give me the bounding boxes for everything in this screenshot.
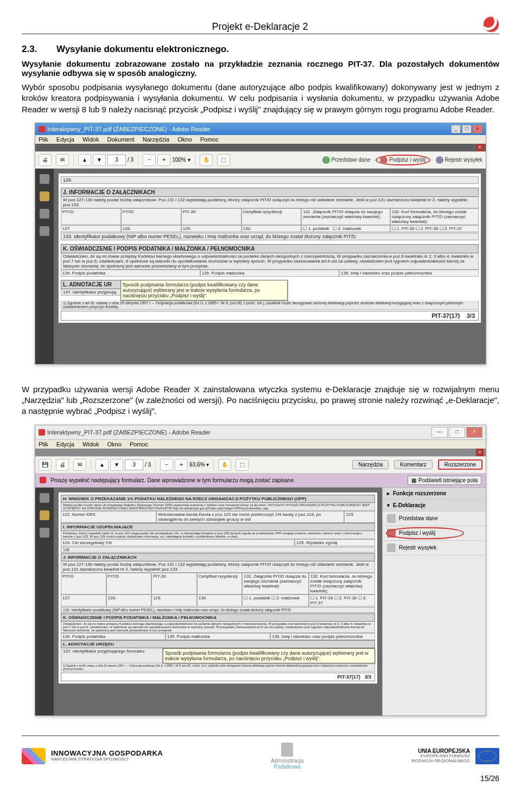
col-132: 132. Kod formularza, do którego został d… bbox=[390, 208, 479, 225]
mail-icon[interactable]: ✉ bbox=[56, 154, 69, 166]
hand-tool-icon[interactable]: ✋ bbox=[200, 154, 213, 166]
sign-icon bbox=[380, 156, 387, 164]
podpisz-i-wyslij-button[interactable]: Podpisz i wyślij bbox=[376, 155, 430, 165]
doc-close-icon[interactable]: × bbox=[476, 144, 484, 151]
page-number-input[interactable] bbox=[107, 155, 126, 165]
menu-narzedzia[interactable]: Narzędzia bbox=[143, 136, 170, 143]
page-up-icon[interactable]: ▲ bbox=[78, 154, 91, 166]
przedstaw-dane-button[interactable]: Przedstaw dane bbox=[322, 156, 371, 164]
maximize-button[interactable]: □ bbox=[462, 125, 472, 133]
section-i-heading: I. INFORMACJE UZUPEŁNIAJĄCE bbox=[61, 523, 375, 531]
p123-label: Wnioskowana kwota Kwota z poz.123 nie mo… bbox=[156, 511, 344, 523]
p125: 125. Wyrażam zgodę bbox=[295, 539, 375, 546]
menu-bar: Plik Edycja Widok Dokument Narzędzia Okn… bbox=[35, 135, 486, 144]
tab-narzedzia[interactable]: Narzędzia bbox=[352, 460, 389, 469]
chk-malzonek[interactable]: ☐ bbox=[333, 226, 338, 231]
col-131: 131. Załącznik PIT/D dołącza do swojego … bbox=[301, 208, 390, 225]
chk-podatnik[interactable]: ☐ bbox=[303, 226, 308, 231]
security-icon[interactable] bbox=[40, 510, 49, 520]
zoom-out-icon[interactable]: − bbox=[160, 459, 173, 471]
tab-komentarz[interactable]: Komentarz bbox=[394, 460, 432, 469]
menu-okno[interactable]: Okno bbox=[107, 441, 122, 447]
panel-edeklaracje[interactable]: ▾ E-Deklaracje bbox=[383, 500, 486, 512]
p128[interactable]: 128. bbox=[121, 225, 181, 232]
window-titlebar: Interaktywny_PIT-37.pdf (ZABEZPIECZONE) … bbox=[35, 123, 486, 135]
select-tool-icon[interactable]: ⬚ bbox=[236, 459, 249, 471]
window-title: Interaktywny_PIT-37.pdf (ZABEZPIECZONE) … bbox=[47, 429, 211, 436]
select-tool-icon[interactable]: ⬚ bbox=[217, 154, 230, 166]
zoom-value: 100% bbox=[172, 157, 186, 163]
person-icon bbox=[322, 156, 330, 164]
menu-plik[interactable]: Plik bbox=[39, 441, 48, 447]
save-icon[interactable]: 💾 bbox=[39, 459, 52, 471]
rejestr-wysylek-button[interactable]: Rejestr wysyłek bbox=[436, 156, 482, 164]
comments-icon[interactable] bbox=[40, 226, 49, 236]
menu-plik[interactable]: Plik bbox=[39, 136, 48, 143]
page-total: / 3 bbox=[128, 157, 134, 163]
menu-bar: Plik Edycja Widok Okno Pomoc bbox=[35, 440, 486, 449]
menu-pomoc[interactable]: Pomoc bbox=[200, 136, 219, 143]
col-pito: PIT/O bbox=[61, 208, 121, 225]
intro-paragraph: Wysyłanie dokumentu zobrazowane zostało … bbox=[22, 59, 499, 78]
section-h-sub: Należy podać numer wpisu do Krajowego Re… bbox=[61, 503, 375, 511]
menu-widok[interactable]: Widok bbox=[82, 441, 99, 447]
chk-pit28[interactable]: ☐ bbox=[392, 226, 397, 231]
print-icon[interactable]: 🖨 bbox=[39, 154, 52, 166]
panel-podpisz-i-wyslij[interactable]: Podpisz i wyślij bbox=[383, 526, 486, 541]
p127[interactable]: 127. bbox=[61, 225, 121, 232]
menu-edycja[interactable]: Edycja bbox=[56, 441, 74, 447]
header-logo-icon bbox=[483, 16, 499, 33]
close-button[interactable]: × bbox=[466, 427, 482, 438]
zoom-in-icon[interactable]: + bbox=[175, 459, 188, 471]
pdf-icon bbox=[39, 126, 45, 132]
menu-edycja[interactable]: Edycja bbox=[56, 136, 74, 143]
minimize-button[interactable]: — bbox=[431, 427, 448, 438]
p130[interactable]: 130. bbox=[242, 225, 302, 232]
security-icon[interactable] bbox=[40, 191, 49, 201]
attachments-icon[interactable] bbox=[40, 528, 49, 538]
zoom-dropdown-icon[interactable]: ▾ bbox=[188, 157, 190, 163]
pdf-form-page: 126. J. INFORMACJE O ZAŁĄCZNIKACH W poz.… bbox=[58, 173, 481, 323]
close-button[interactable]: × bbox=[473, 125, 482, 133]
thumbnails-icon[interactable] bbox=[40, 493, 49, 503]
attachments-icon[interactable] bbox=[40, 209, 49, 219]
chk-pit37[interactable]: ☐ bbox=[440, 226, 444, 231]
highlight-fields-button[interactable]: ▦Podświetl istniejące pola bbox=[408, 476, 481, 485]
page-footer: INNOWACYJNA GOSPODARKA NARODOWA STRATEGI… bbox=[22, 736, 499, 770]
chk-pit36[interactable]: ☐ bbox=[416, 226, 421, 231]
page-down-icon[interactable]: ▼ bbox=[110, 459, 123, 471]
p129[interactable]: 129. bbox=[181, 225, 242, 232]
tab-rozszerzone[interactable]: Rozszerzone bbox=[438, 459, 482, 470]
window-title: Interaktywny_PIT-37.pdf (ZABEZPIECZONE) … bbox=[47, 126, 211, 132]
zoom-out-icon[interactable]: − bbox=[143, 154, 156, 166]
sidebar bbox=[35, 488, 54, 715]
page-number-input[interactable] bbox=[125, 459, 143, 470]
menu-widok[interactable]: Widok bbox=[82, 136, 99, 143]
hand-tool-icon[interactable]: ✋ bbox=[218, 459, 231, 471]
shield-icon bbox=[281, 743, 293, 757]
menu-dokument[interactable]: Dokument bbox=[107, 136, 135, 143]
tooltip-sign-method: Sposób podpisania formularza (podpis kwa… bbox=[163, 648, 375, 663]
page-up-icon[interactable]: ▲ bbox=[96, 459, 109, 471]
screenshot-adobe-reader-x: Interaktywny_PIT-37.pdf (ZABEZPIECZONE) … bbox=[35, 425, 486, 716]
doc-close-icon[interactable]: × bbox=[476, 449, 484, 456]
page-header: Projekt e-Deklaracje 2 bbox=[22, 16, 499, 34]
menu-pomoc[interactable]: Pomoc bbox=[130, 441, 148, 447]
panel-funkcje-rozszerzone[interactable]: ▸ Funkcje rozszerzone bbox=[383, 488, 486, 500]
panel-przedstaw-dane[interactable]: Przedstaw dane bbox=[383, 512, 486, 526]
p123: 123. bbox=[344, 511, 375, 523]
footer-ig-title: INNOWACYJNA GOSPODARKA bbox=[51, 750, 163, 757]
print-icon[interactable]: 🖨 bbox=[56, 459, 69, 471]
panel-rejestr-wysylek[interactable]: Rejestr wysyłek bbox=[383, 541, 486, 555]
zoom-in-icon[interactable]: + bbox=[157, 154, 170, 166]
page-down-icon[interactable]: ▼ bbox=[93, 154, 106, 166]
page-number: 15/26 bbox=[22, 774, 499, 783]
thumbnails-icon[interactable] bbox=[40, 174, 49, 184]
zoom-dropdown-icon[interactable]: ▾ bbox=[206, 462, 209, 468]
section-l-heading: L. ADNOTACJE URZĘDU bbox=[61, 640, 375, 648]
p126: 126. bbox=[61, 547, 375, 553]
menu-okno[interactable]: Okno bbox=[177, 136, 192, 143]
maximize-button[interactable]: □ bbox=[449, 427, 465, 438]
minimize-button[interactable]: _ bbox=[451, 125, 461, 133]
mail-icon[interactable]: ✉ bbox=[73, 459, 86, 471]
